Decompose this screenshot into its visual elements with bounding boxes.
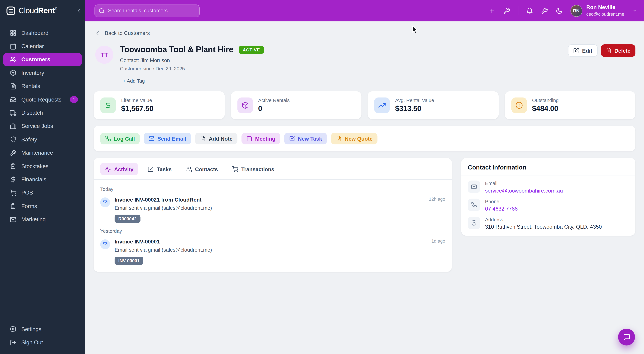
contact-email-link[interactable]: service@toowoombahire.com.au — [485, 188, 563, 194]
users-icon — [186, 166, 192, 172]
tab-transactions[interactable]: Transactions — [227, 163, 279, 175]
trash-icon — [606, 48, 612, 53]
check-square-icon — [148, 166, 154, 172]
sidebar-item-label: Forms — [21, 203, 37, 209]
sidebar-item-rentals[interactable]: Rentals — [3, 80, 82, 93]
edit-button[interactable]: Edit — [568, 44, 598, 57]
sidebar-item-customers[interactable]: Customers — [3, 53, 82, 66]
quick-action-label: Log Call — [114, 136, 135, 142]
phone-icon — [105, 136, 111, 141]
sidebar-item-label: Stocktakes — [21, 163, 48, 169]
sidebar-item-sign-out[interactable]: Sign Out — [3, 336, 82, 349]
contact-row-phone: Phone 07 4632 7788 — [468, 199, 629, 212]
stat-label: Outstanding — [532, 98, 558, 103]
wrench-icon[interactable] — [541, 7, 548, 14]
feed-item[interactable]: Invoice INV-00001 1d ago Email sent via … — [100, 239, 445, 265]
quick-action-label: New Quote — [345, 136, 372, 142]
new-task-button[interactable]: New Task — [284, 133, 327, 144]
customer-avatar: TT — [95, 46, 113, 64]
sidebar-item-stocktakes[interactable]: Stocktakes — [3, 159, 82, 173]
sidebar-item-label: Dispatch — [21, 110, 43, 116]
dollar-icon — [100, 98, 116, 113]
phone-icon — [468, 199, 480, 211]
contact-row-email: Email service@toowoombahire.com.au — [468, 181, 629, 194]
sidebar-item-pos[interactable]: POS — [3, 186, 82, 200]
wrench-icon[interactable] — [503, 7, 510, 14]
stat-card-active-rentals: Active Rentals 0 — [230, 91, 361, 119]
back-to-customers-link[interactable]: Back to Customers — [95, 30, 150, 36]
mail-icon — [100, 197, 110, 207]
contact-information-card: Contact Information Email service@toowoo… — [461, 158, 635, 236]
meeting-button[interactable]: Meeting — [242, 133, 280, 144]
page-title: Toowoomba Tool & Plant Hire — [120, 45, 233, 54]
contact-row-label: Phone — [485, 199, 518, 204]
sidebar: CloudRent® Dashboard Calendar Customers … — [0, 0, 85, 354]
add-tag-button[interactable]: + Add Tag — [123, 78, 145, 84]
tabs: Activity Tasks Contacts Transactions — [94, 158, 452, 179]
feed-item-title: Invoice INV-00001 — [114, 239, 160, 245]
new-quote-button[interactable]: New Quote — [331, 133, 378, 144]
feed-item-desc: Email sent via gmail (sales@cloudrent.me… — [114, 205, 445, 211]
quote-requests-badge: 1 — [70, 96, 78, 103]
sidebar-item-forms[interactable]: Forms — [3, 200, 82, 213]
sidebar-item-dashboard[interactable]: Dashboard — [3, 26, 82, 40]
sidebar-item-settings[interactable]: Settings — [3, 323, 82, 336]
contact-phone-link[interactable]: 07 4632 7788 — [485, 206, 518, 212]
check-square-icon — [289, 136, 295, 141]
header-actions: Edit Delete — [568, 44, 635, 57]
app-window: CloudRent® Dashboard Calendar Customers … — [0, 0, 644, 354]
user-avatar[interactable]: RN — [570, 5, 582, 17]
sidebar-item-maintenance[interactable]: Maintenance — [3, 146, 82, 160]
stat-value: $1,567.50 — [121, 105, 154, 113]
sidebar-item-label: Quote Requests — [21, 97, 61, 103]
search-input[interactable] — [94, 4, 200, 17]
bell-icon[interactable] — [526, 7, 533, 14]
sidebar-item-financials[interactable]: Financials — [3, 173, 82, 186]
feed-item-tag[interactable]: INV-00001 — [114, 257, 143, 265]
add-note-button[interactable]: Add Note — [195, 133, 238, 144]
stat-card-avg-rental-value: Avg. Rental Value $313.50 — [368, 91, 498, 119]
users-icon — [10, 56, 16, 63]
moon-icon[interactable] — [556, 7, 562, 14]
tab-tasks[interactable]: Tasks — [143, 163, 176, 175]
customer-contact-line: Contact: Jim Morrison — [120, 58, 264, 63]
sidebar-item-label: POS — [21, 190, 33, 196]
stat-value: $484.00 — [532, 105, 558, 113]
back-link-label: Back to Customers — [105, 30, 150, 36]
log-call-button[interactable]: Log Call — [100, 133, 140, 144]
send-email-button[interactable]: Send Email — [144, 133, 191, 144]
stat-value: $313.50 — [395, 105, 434, 113]
sidebar-item-marketing[interactable]: Marketing — [3, 213, 82, 226]
wrench-icon — [10, 150, 16, 156]
contact-address-value: 310 Ruthven Street, Toowoomba City, QLD,… — [485, 224, 602, 230]
calendar-icon — [10, 43, 16, 50]
sidebar-footer: Settings Sign Out — [3, 321, 82, 349]
sidebar-item-quote-requests[interactable]: Quote Requests 1 — [3, 93, 82, 106]
tab-activity[interactable]: Activity — [100, 163, 138, 175]
sidebar-item-label: Rentals — [21, 83, 40, 89]
chat-fab-button[interactable] — [618, 329, 635, 345]
customer-header: Toowoomba Tool & Plant Hire ACTIVE Conta… — [120, 45, 264, 84]
chevron-down-icon[interactable] — [632, 8, 638, 14]
tab-label: Activity — [114, 166, 134, 172]
tab-contacts[interactable]: Contacts — [181, 163, 222, 175]
sidebar-collapse-icon[interactable] — [76, 8, 82, 14]
feed-item[interactable]: Invoice INV-00021 from CloudRent 12h ago… — [100, 197, 445, 223]
dashboard-icon — [10, 30, 16, 36]
sidebar-item-inventory[interactable]: Inventory — [3, 66, 82, 80]
plus-icon[interactable] — [488, 7, 495, 14]
feed-item-desc: Email sent via gmail (sales@cloudrent.me… — [114, 247, 445, 253]
clipboard-list-icon — [10, 203, 16, 209]
sidebar-item-dispatch[interactable]: Dispatch — [3, 106, 82, 120]
feed-item-tag[interactable]: R000042 — [114, 215, 140, 223]
contact-row-label: Address — [485, 217, 602, 222]
feed-item-title: Invoice INV-00021 from CloudRent — [114, 197, 202, 203]
sidebar-item-safety[interactable]: Safety — [3, 133, 82, 146]
sidebar-item-label: Service Jobs — [21, 123, 53, 129]
sidebar-item-calendar[interactable]: Calendar — [3, 40, 82, 53]
sidebar-item-service-jobs[interactable]: Service Jobs — [3, 120, 82, 133]
delete-button[interactable]: Delete — [601, 44, 635, 57]
tab-label: Tasks — [157, 166, 172, 172]
user-menu[interactable]: Ron Neville ceo@cloudrent.me — [586, 4, 624, 17]
activity-icon — [105, 166, 111, 172]
